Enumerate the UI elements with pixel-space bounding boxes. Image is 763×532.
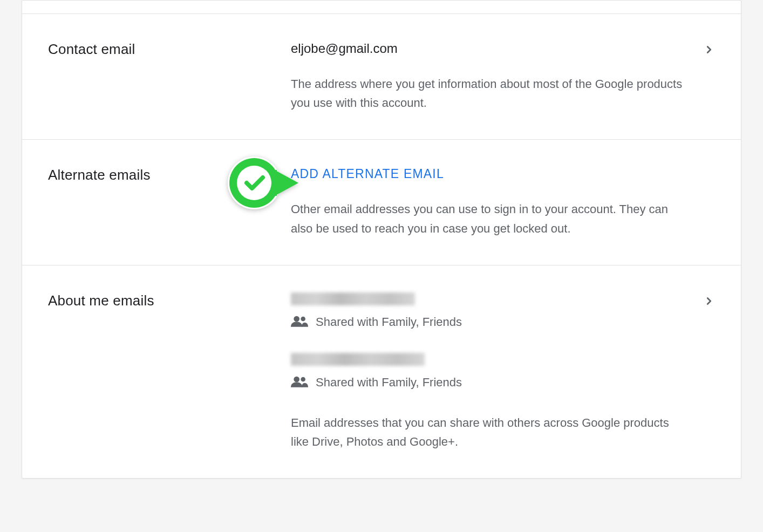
about-me-emails-row[interactable]: About me emails Shared with Family, Frie…: [22, 265, 741, 478]
chevron-right-icon: [703, 44, 715, 58]
alternate-emails-value-col: ADD ALTERNATE EMAIL Other email addresse…: [291, 167, 715, 237]
people-icon: [291, 315, 308, 329]
shared-text-2: Shared with Family, Friends: [316, 376, 462, 390]
chevron-right-icon: [703, 295, 715, 309]
contact-email-label: Contact email: [48, 41, 291, 58]
contact-email-label-col: Contact email: [48, 41, 291, 112]
settings-card: Contact email eljobe@gmail.com The addre…: [22, 0, 741, 479]
checkmark-pointer-icon: [227, 156, 303, 212]
contact-email-value: eljobe@gmail.com: [291, 41, 683, 56]
svg-point-7: [301, 377, 305, 381]
contact-email-row[interactable]: Contact email eljobe@gmail.com The addre…: [22, 13, 741, 139]
shared-info-2: Shared with Family, Friends: [291, 376, 683, 390]
about-me-emails-description: Email addresses that you can share with …: [291, 413, 683, 451]
svg-point-6: [294, 376, 299, 382]
shared-info-1: Shared with Family, Friends: [291, 315, 683, 329]
about-me-emails-label: About me emails: [48, 292, 291, 309]
svg-point-5: [301, 316, 305, 321]
about-me-emails-value-col: Shared with Family, Friends Shared with …: [291, 292, 715, 451]
alternate-emails-description: Other email addresses you can use to sig…: [291, 200, 683, 237]
shared-text-1: Shared with Family, Friends: [316, 315, 462, 329]
contact-email-value-col: eljobe@gmail.com The address where you g…: [291, 41, 715, 112]
svg-point-4: [294, 316, 299, 322]
card-top-stub: [22, 1, 741, 13]
contact-email-description: The address where you get information ab…: [291, 74, 683, 112]
add-alternate-email-link[interactable]: ADD ALTERNATE EMAIL: [291, 167, 444, 181]
people-icon: [291, 376, 308, 390]
alternate-emails-row: Alternate emails ADD ALTERNATE EMAIL Oth…: [22, 139, 741, 264]
svg-point-3: [237, 166, 271, 200]
redacted-email-2: [291, 353, 425, 366]
about-me-emails-label-col: About me emails: [48, 292, 291, 451]
redacted-email-1: [291, 292, 415, 305]
